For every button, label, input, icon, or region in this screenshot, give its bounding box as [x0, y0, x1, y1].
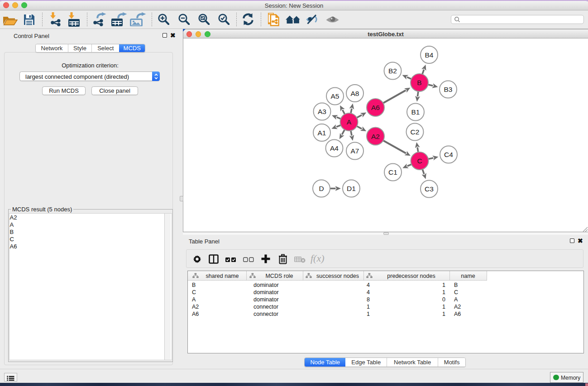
svg-text:C: C — [417, 157, 422, 165]
svg-text:A7: A7 — [351, 147, 359, 155]
svg-text:A3: A3 — [318, 108, 326, 115]
svg-text:A2: A2 — [371, 133, 380, 140]
svg-text:B: B — [417, 79, 421, 86]
svg-text:C2: C2 — [411, 128, 420, 136]
svg-text:B1: B1 — [411, 108, 420, 116]
svg-text:B2: B2 — [388, 67, 397, 75]
svg-text:A4: A4 — [330, 144, 339, 152]
svg-text:A8: A8 — [351, 90, 359, 97]
svg-text:C1: C1 — [388, 168, 397, 176]
svg-text:B4: B4 — [425, 51, 434, 59]
svg-text:A1: A1 — [318, 129, 326, 137]
svg-text:B3: B3 — [444, 86, 453, 93]
svg-text:D1: D1 — [347, 185, 356, 192]
svg-text:C4: C4 — [444, 151, 453, 158]
svg-text:A5: A5 — [331, 92, 339, 100]
svg-text:C3: C3 — [425, 185, 434, 193]
svg-text:A: A — [347, 118, 352, 126]
svg-text:A6: A6 — [371, 104, 380, 111]
svg-text:D: D — [319, 185, 324, 192]
